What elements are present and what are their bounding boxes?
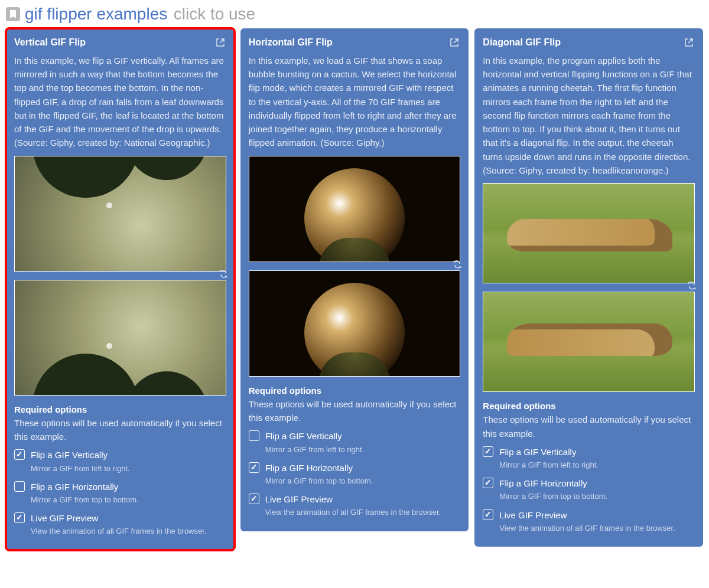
required-options-desc: These options will be used automatically… — [483, 413, 695, 440]
example-cards-row: Vertical GIF Flip In this example, we fl… — [6, 28, 703, 550]
checkbox-icon[interactable] — [249, 494, 259, 504]
option-flip-horizontally[interactable]: Flip a GIF Horizontally Mirror a GIF fro… — [249, 461, 461, 486]
example-card-horizontal[interactable]: Horizontal GIF Flip In this example, we … — [240, 28, 469, 531]
section-title: gif flipper examples — [25, 5, 167, 23]
bookmark-icon[interactable] — [6, 7, 20, 21]
option-label: Flip a GIF Horizontally — [31, 480, 139, 494]
option-label: Live GIF Preview — [31, 511, 206, 525]
required-options-heading: Required options — [14, 403, 226, 416]
required-options-desc: These options will be used automatically… — [249, 397, 461, 425]
option-label: Flip a GIF Horizontally — [265, 461, 373, 475]
open-in-new-icon[interactable] — [216, 37, 226, 48]
card-title: Diagonal GIF Flip — [483, 35, 561, 50]
option-label: Flip a GIF Vertically — [265, 429, 365, 443]
required-options-heading: Required options — [483, 399, 695, 413]
example-preview-pair — [14, 156, 226, 396]
card-description: In this example, we flip a GIF verticall… — [14, 54, 226, 150]
checkbox-icon[interactable] — [483, 446, 493, 457]
required-options-heading: Required options — [249, 384, 461, 397]
option-sublabel: View the animation of all GIF frames in … — [499, 523, 675, 534]
preview-input-image — [483, 183, 695, 283]
open-in-new-icon[interactable] — [450, 37, 460, 48]
option-sublabel: Mirror a GIF from left to right. — [31, 463, 130, 474]
preview-input-image — [14, 156, 226, 272]
option-sublabel: View the animation of all GIF frames in … — [265, 507, 441, 518]
card-title: Vertical GIF Flip — [14, 35, 86, 50]
section-subtitle[interactable]: click to use — [174, 5, 256, 23]
required-options-desc: These options will be used automatically… — [14, 416, 226, 444]
checkbox-icon[interactable] — [483, 509, 493, 520]
checkbox-icon[interactable] — [14, 449, 25, 460]
checkbox-icon[interactable] — [249, 430, 259, 441]
option-flip-vertically[interactable]: Flip a GIF Vertically Mirror a GIF from … — [14, 448, 226, 473]
option-flip-horizontally[interactable]: Flip a GIF Horizontally Mirror a GIF fro… — [483, 476, 695, 502]
option-label: Live GIF Preview — [265, 492, 441, 506]
option-sublabel: View the animation of all GIF frames in … — [31, 526, 206, 537]
open-in-new-icon[interactable] — [684, 37, 695, 48]
option-flip-vertically[interactable]: Flip a GIF Vertically Mirror a GIF from … — [249, 429, 461, 455]
option-sublabel: Mirror a GIF from top to bottom. — [499, 491, 607, 502]
option-flip-horizontally[interactable]: Flip a GIF Horizontally Mirror a GIF fro… — [14, 480, 226, 505]
section-header: gif flipper examples click to use — [6, 5, 703, 24]
checkbox-icon[interactable] — [249, 462, 259, 473]
example-preview-pair — [249, 156, 461, 377]
option-sublabel: Mirror a GIF from left to right. — [499, 460, 599, 471]
option-live-preview[interactable]: Live GIF Preview View the animation of a… — [14, 511, 226, 537]
option-live-preview[interactable]: Live GIF Preview View the animation of a… — [249, 492, 461, 518]
card-description: In this example, we load a GIF that show… — [249, 54, 461, 150]
option-label: Live GIF Preview — [499, 508, 675, 522]
option-label: Flip a GIF Vertically — [499, 445, 599, 459]
option-label: Flip a GIF Horizontally — [499, 476, 607, 490]
preview-output-image — [249, 270, 461, 377]
card-title: Horizontal GIF Flip — [249, 35, 333, 50]
preview-output-image — [14, 280, 226, 396]
example-preview-pair — [483, 183, 695, 392]
option-live-preview[interactable]: Live GIF Preview View the animation of a… — [483, 508, 695, 534]
example-card-diagonal[interactable]: Diagonal GIF Flip In this example, the p… — [474, 28, 703, 547]
preview-output-image — [483, 292, 695, 392]
preview-input-image — [249, 156, 461, 262]
option-sublabel: Mirror a GIF from top to bottom. — [265, 476, 373, 486]
checkbox-icon[interactable] — [14, 512, 25, 523]
checkbox-icon[interactable] — [483, 478, 493, 488]
example-card-vertical[interactable]: Vertical GIF Flip In this example, we fl… — [6, 28, 235, 550]
option-sublabel: Mirror a GIF from top to bottom. — [31, 495, 139, 505]
option-flip-vertically[interactable]: Flip a GIF Vertically Mirror a GIF from … — [483, 445, 695, 471]
option-label: Flip a GIF Vertically — [31, 448, 130, 462]
option-sublabel: Mirror a GIF from left to right. — [265, 445, 365, 455]
checkbox-icon[interactable] — [14, 481, 25, 492]
card-description: In this example, the program applies bot… — [483, 54, 695, 177]
